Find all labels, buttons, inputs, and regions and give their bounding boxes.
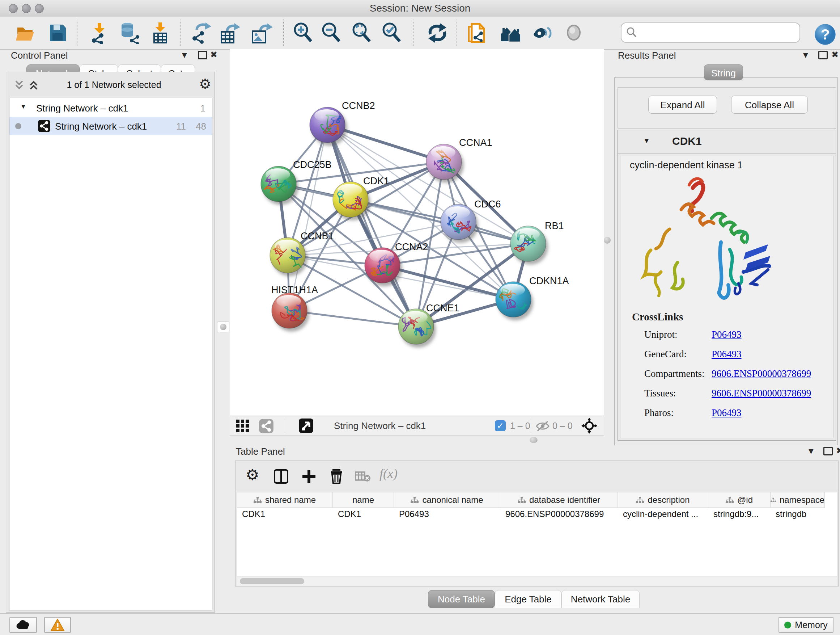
table-panel-menu-icon[interactable]: ▼ xyxy=(807,447,815,455)
import-network-database-icon[interactable] xyxy=(118,22,141,44)
tab-node-table[interactable]: Node Table xyxy=(428,590,495,608)
network-selection-summary: 1 of 1 Network selected xyxy=(43,80,185,90)
home-icon[interactable] xyxy=(500,22,522,44)
cloud-button[interactable] xyxy=(9,617,37,633)
zoom-out-icon[interactable] xyxy=(321,22,343,44)
network-node-count: 11 xyxy=(176,121,186,132)
network-node-CDC6[interactable]: CDC6 xyxy=(441,199,501,243)
table-settings-gear-icon[interactable]: ⚙ xyxy=(246,466,259,484)
network-canvas[interactable]: CCNB2CCNA1CDC25BCDK1CDC6RB1CCNB1CCNA2CDK… xyxy=(230,49,604,416)
show-columns-icon[interactable] xyxy=(273,469,289,484)
refresh-view-icon[interactable] xyxy=(426,22,448,44)
import-table-icon[interactable] xyxy=(149,22,172,44)
table-panel-float-icon[interactable] xyxy=(823,447,833,455)
tab-string[interactable]: String xyxy=(704,65,743,80)
table-cell[interactable]: CDK1 xyxy=(237,509,333,524)
birds-eye-view-icon[interactable] xyxy=(298,418,314,433)
collapse-all-button[interactable]: Collapse All xyxy=(731,96,808,114)
network-list-gear-icon[interactable]: ⚙ xyxy=(199,76,211,92)
collapse-all-icon[interactable] xyxy=(13,79,25,91)
table-container: ⚙ f(x) shared namenamecanonical namedata… xyxy=(235,461,838,586)
results-panel-title: Results Panel xyxy=(618,50,676,61)
new-network-from-selection-icon[interactable] xyxy=(467,22,490,44)
network-node-CDKN1A[interactable]: CDKN1A xyxy=(496,276,569,320)
network-edge-CCNB2-CCNE1 xyxy=(327,125,416,326)
gene-card-header[interactable]: ▼ CDK1 xyxy=(618,130,836,154)
control-panel-close-icon[interactable]: ✖ xyxy=(210,50,218,59)
network-node-CDK1[interactable]: CDK1 xyxy=(333,176,389,220)
crosslink-link[interactable]: 9606.ENSP00000378699 xyxy=(712,368,811,379)
warnings-button[interactable] xyxy=(44,617,71,633)
table-cell[interactable]: cyclin-dependent ... xyxy=(618,509,708,524)
column-header-description[interactable]: description xyxy=(618,492,708,508)
zoom-fit-icon[interactable] xyxy=(351,22,373,44)
add-column-icon[interactable] xyxy=(302,469,317,484)
crosslink-link[interactable]: 9606.ENSP00000378699 xyxy=(712,388,811,399)
search-input[interactable] xyxy=(621,22,800,43)
export-network-icon[interactable] xyxy=(190,22,213,44)
help-icon[interactable]: ? xyxy=(814,23,836,46)
column-header-canonical-name[interactable]: canonical name xyxy=(394,492,500,508)
scrollbar-thumb[interactable] xyxy=(240,578,304,584)
tab-network-table[interactable]: Network Table xyxy=(561,590,639,608)
network-row-selected[interactable]: String Network – cdk1 11 48 xyxy=(9,117,212,135)
share-view-icon[interactable] xyxy=(259,418,274,434)
table-cell[interactable]: CDK1 xyxy=(333,509,394,524)
svg-text:?: ? xyxy=(821,26,829,43)
results-panel-menu-icon[interactable]: ▼ xyxy=(801,51,810,59)
table-cell[interactable]: stringdb xyxy=(771,509,825,524)
table-horizontal-scrollbar[interactable] xyxy=(237,577,837,586)
show-graphics-details-icon[interactable] xyxy=(531,22,554,44)
column-header-label: database identifier xyxy=(529,495,600,505)
network-edge-count: 48 xyxy=(196,121,206,132)
column-header-database-identifier[interactable]: database identifier xyxy=(500,492,618,508)
save-session-icon[interactable] xyxy=(46,22,69,44)
tree-expand-icon[interactable]: ▼ xyxy=(20,103,27,111)
control-panel-menu-icon[interactable]: ▼ xyxy=(180,51,189,59)
column-header-shared-name[interactable]: shared name xyxy=(237,492,333,508)
left-splitter-handle[interactable] xyxy=(217,321,229,333)
import-network-icon[interactable] xyxy=(88,22,111,44)
network-node-CCNA1[interactable]: CCNA1 xyxy=(426,137,493,183)
grid-view-icon[interactable] xyxy=(236,419,249,433)
network-collection-row[interactable]: ▼ String Network – cdk1 1 xyxy=(9,99,212,117)
selected-checkbox-icon[interactable]: ✓ xyxy=(495,420,506,431)
column-header-namespace[interactable]: namespace xyxy=(771,492,825,508)
expand-all-icon[interactable] xyxy=(27,79,40,91)
control-panel-float-icon[interactable] xyxy=(198,51,207,59)
table-cell[interactable]: 9606.ENSP00000378699 xyxy=(500,509,618,524)
right-splitter-handle[interactable] xyxy=(604,237,611,244)
crosslink-label: Uniprot: xyxy=(644,329,677,340)
search-icon xyxy=(626,27,638,38)
highlight-eye-icon[interactable] xyxy=(564,22,586,44)
zoom-in-icon[interactable] xyxy=(292,22,315,44)
crosslink-link[interactable]: P06493 xyxy=(712,407,742,418)
memory-button[interactable]: Memory xyxy=(778,617,834,633)
table-cell[interactable]: stringdb:9... xyxy=(708,509,771,524)
delete-column-icon[interactable] xyxy=(329,468,344,484)
table-panel-close-icon[interactable]: ✖ xyxy=(836,447,840,455)
crosslink-link[interactable]: P06493 xyxy=(712,348,742,360)
view-toolbar-separator xyxy=(285,418,285,433)
open-session-icon[interactable] xyxy=(14,22,37,44)
column-header--id[interactable]: @id xyxy=(708,492,771,508)
gene-card-collapse-icon[interactable]: ▼ xyxy=(643,137,650,145)
network-node-HIST1H1A[interactable]: HIST1H1A xyxy=(271,285,318,332)
network-node-CCNB2[interactable]: CCNB2 xyxy=(309,100,375,146)
expand-collapse-box: Expand All Collapse All xyxy=(617,87,836,128)
crosslink-link[interactable]: P06493 xyxy=(712,329,742,340)
results-panel: Results Panel ▼ ✖ String Expand All Coll… xyxy=(611,49,840,445)
zoom-selected-icon[interactable] xyxy=(381,22,403,44)
expand-all-button[interactable]: Expand All xyxy=(648,96,717,114)
tab-edge-table[interactable]: Edge Table xyxy=(495,590,561,608)
column-header-name[interactable]: name xyxy=(333,492,394,508)
network-view-toolbar: String Network – cdk1 ✓ 1 – 0 0 – 0 xyxy=(230,416,604,435)
fit-content-crosshair-icon[interactable] xyxy=(581,418,597,434)
results-panel-close-icon[interactable]: ✖ xyxy=(831,50,838,59)
results-panel-float-icon[interactable] xyxy=(818,51,828,59)
horizontal-splitter-handle[interactable] xyxy=(530,437,538,443)
export-table-icon[interactable] xyxy=(218,22,241,44)
network-node-RB1[interactable]: RB1 xyxy=(510,220,564,264)
export-image-icon[interactable] xyxy=(250,22,273,44)
table-cell[interactable]: P06493 xyxy=(394,509,500,524)
